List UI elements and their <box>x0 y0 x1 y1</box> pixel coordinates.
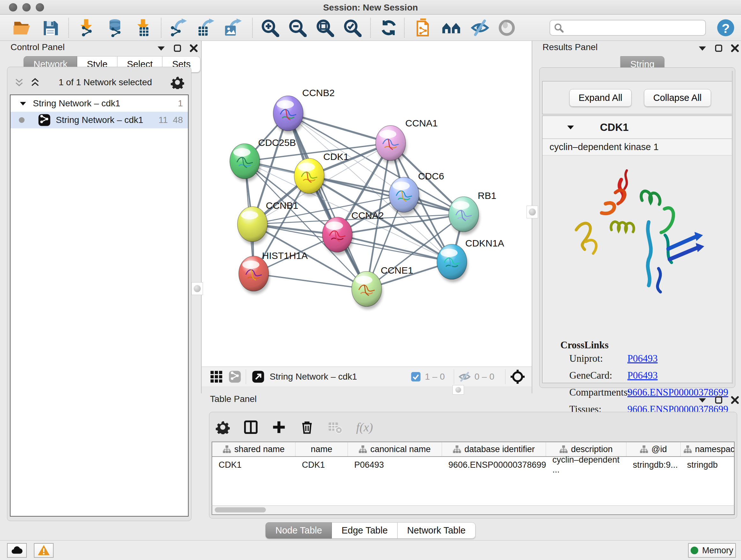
network-canvas[interactable]: CCNB2CCNA1CDC25BCDK1CDC6RB1CCNB1CCNA2CDK… <box>202 41 532 367</box>
zoom-out-icon[interactable] <box>288 18 307 37</box>
node-label-cdkn1a: CDKN1A <box>465 238 504 248</box>
results-close-icon[interactable] <box>731 44 739 52</box>
import-network-file-icon[interactable] <box>77 18 96 37</box>
network-node-cdc6[interactable]: CDC6 <box>389 171 444 215</box>
fit-selected-crosshair-icon[interactable] <box>510 369 525 384</box>
home-icon[interactable] <box>442 18 461 37</box>
gene-name: CDK1 <box>600 121 629 133</box>
network-node-hist1h1a[interactable]: HIST1H1A <box>239 250 308 294</box>
crosslink-label: Compartments: <box>569 387 627 398</box>
export-table-icon[interactable] <box>197 18 216 37</box>
search-field[interactable] <box>549 20 706 36</box>
add-column-icon[interactable] <box>272 420 286 434</box>
table-cell[interactable]: stringdb <box>681 457 735 473</box>
status-bar: Memory <box>0 540 741 560</box>
expand-all-icon[interactable] <box>30 78 40 87</box>
tab-node-table[interactable]: Node Table <box>266 522 332 539</box>
collapse-all-button[interactable]: Collapse All <box>644 89 711 107</box>
network-node-ccne1[interactable]: CCNE1 <box>352 265 413 309</box>
help-icon[interactable]: ? <box>716 18 735 37</box>
birdseye-grid-icon[interactable] <box>210 370 223 383</box>
preview-icon[interactable] <box>497 18 516 37</box>
network-node-cdkn1a[interactable]: CDKN1A <box>437 238 504 282</box>
right-splitter-handle[interactable] <box>527 206 538 219</box>
results-float-icon[interactable] <box>715 44 723 52</box>
table-options-gear-icon[interactable] <box>216 420 230 434</box>
horizontal-splitter[interactable] <box>202 386 532 393</box>
table-cell[interactable]: CDK1 <box>295 457 348 473</box>
column-header-shared-name[interactable]: shared name <box>212 442 295 456</box>
column-label: shared name <box>234 444 285 454</box>
shared-column-icon <box>223 445 231 453</box>
memory-button[interactable]: Memory <box>688 543 736 558</box>
gene-expander-icon[interactable] <box>567 124 575 130</box>
table-hscrollbar[interactable] <box>212 505 735 515</box>
zoom-in-icon[interactable] <box>260 18 280 37</box>
save-session-icon[interactable] <box>41 18 60 37</box>
node-table[interactable]: shared namenamecanonical namedatabase id… <box>212 442 735 505</box>
string-results-body: Expand All Collapse All CDK1 cyclin–depe… <box>539 67 735 388</box>
network-node-rb1[interactable]: RB1 <box>449 190 496 235</box>
table-hscrollbar-thumb[interactable] <box>215 507 266 512</box>
shared-column-icon <box>559 445 568 453</box>
column-header-name[interactable]: name <box>295 442 348 456</box>
table-cell[interactable]: cyclin–dependent ... <box>546 457 626 473</box>
export-image-icon[interactable] <box>224 18 243 37</box>
zoom-selected-icon[interactable] <box>343 18 362 37</box>
open-file-icon[interactable] <box>12 18 31 37</box>
gene-description: cyclin–dependent kinase 1 <box>542 139 732 155</box>
show-hide-icon[interactable] <box>470 18 489 37</box>
gene-section-header[interactable]: CDK1 <box>542 116 732 139</box>
delete-column-icon[interactable] <box>300 420 314 434</box>
table-cell[interactable]: 9606.ENSP00000378699 <box>442 457 546 473</box>
float-panel-icon[interactable] <box>174 44 181 52</box>
network-node-ccnb2[interactable]: CCNB2 <box>273 87 335 134</box>
table-cell[interactable]: CDK1 <box>212 457 295 473</box>
tab-network-table[interactable]: Network Table <box>398 522 475 539</box>
table-row[interactable]: CDK1CDK1P064939606.ENSP00000378699cyclin… <box>212 457 734 473</box>
crosslink-link[interactable]: P06493 <box>627 370 658 381</box>
show-columns-icon[interactable] <box>244 420 258 434</box>
open-in-viewer-icon[interactable] <box>252 370 265 383</box>
crosslink-row: Uniprot:P06493 <box>569 353 732 364</box>
column-header-description[interactable]: description <box>546 442 626 456</box>
window-title: Session: New Session <box>0 3 741 13</box>
network-from-clipboard-icon[interactable] <box>414 18 433 37</box>
refresh-icon[interactable] <box>379 18 398 37</box>
cloud-status-button[interactable] <box>7 543 27 558</box>
left-splitter-handle[interactable] <box>192 282 203 295</box>
results-scrollbar[interactable] <box>732 71 733 384</box>
collection-expander-icon[interactable] <box>19 101 26 106</box>
import-network-database-icon[interactable] <box>105 18 125 37</box>
zoom-fit-icon[interactable] <box>315 18 334 37</box>
selected-checkbox-icon[interactable] <box>411 372 421 382</box>
shared-column-icon <box>684 445 692 453</box>
export-network-icon[interactable] <box>169 18 188 37</box>
table-cell[interactable]: P06493 <box>348 457 442 473</box>
column-header--id[interactable]: @id <box>626 442 681 456</box>
network-options-gear-icon[interactable] <box>171 76 184 89</box>
table-cell[interactable]: stringdb:9... <box>626 457 681 473</box>
network-collection-row[interactable]: String Network – cdk1 1 <box>10 95 188 112</box>
crosslink-link[interactable]: P06493 <box>627 353 658 364</box>
collapse-all-icon[interactable] <box>14 78 24 87</box>
panel-menu-icon[interactable] <box>157 45 165 51</box>
column-header-namespace[interactable]: namespace <box>681 442 735 456</box>
warning-status-button[interactable] <box>34 543 54 558</box>
horizontal-splitter-handle[interactable] <box>453 385 464 395</box>
column-header-database-identifier[interactable]: database identifier <box>442 442 546 456</box>
expand-all-button[interactable]: Expand All <box>569 89 631 107</box>
table-float-icon[interactable] <box>715 396 723 404</box>
search-input[interactable] <box>563 23 697 33</box>
column-header-canonical-name[interactable]: canonical name <box>348 442 442 456</box>
tab-edge-table[interactable]: Edge Table <box>332 522 398 539</box>
network-row-selected[interactable]: String Network – cdk1 11 48 <box>10 112 188 128</box>
table-close-icon[interactable] <box>731 396 739 404</box>
results-menu-icon[interactable] <box>698 45 706 51</box>
import-table-icon[interactable] <box>133 18 152 37</box>
close-panel-icon[interactable] <box>190 44 198 52</box>
network-share-gray-icon[interactable] <box>228 370 241 383</box>
network-node-ccna1[interactable]: CCNA1 <box>376 118 438 164</box>
network-view-title: String Network – cdk1 <box>270 372 357 382</box>
table-menu-icon[interactable] <box>698 397 706 403</box>
